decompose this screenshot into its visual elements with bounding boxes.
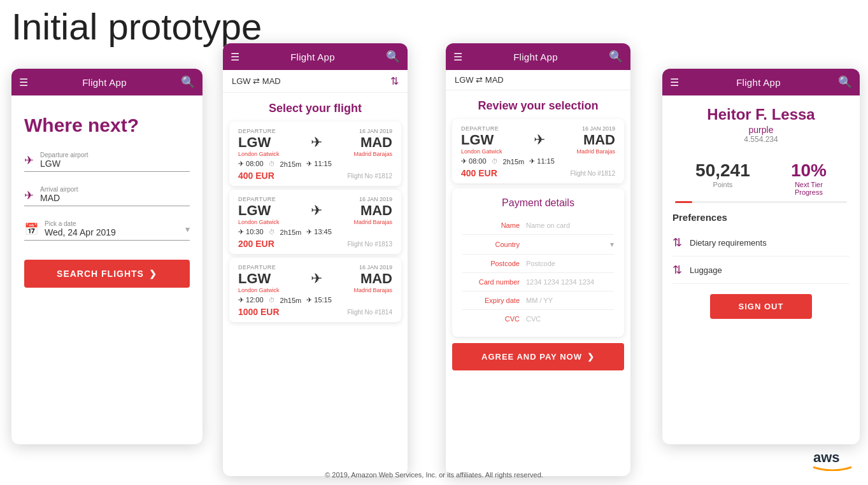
flight-card-3[interactable]: DEPARTURE LGW London Gatwick ✈ 16 JAN 20… [229,258,401,322]
postcode-field[interactable]: Postcode Postcode [462,255,614,273]
arrival-value: MAD [40,193,190,203]
progress-bar-container [675,201,847,203]
arr-icon-1: ✈ 11:15 [306,160,332,168]
payment-section: Payment details Name Name on card Countr… [452,188,624,337]
review-to-name: Madrid Barajas [576,148,615,155]
flight-card-1[interactable]: DEPARTURE LGW London Gatwick ✈ 16 JAN 20… [229,122,401,186]
clock-icon-3: ⏱ [269,297,275,304]
search-flights-button[interactable]: SEARCH FLIGHTS ❯ [24,260,190,288]
departure-input-group: ✈ Departure airport LGW [24,151,190,172]
screen-select-flight: ☰ Flight App 🔍 LGW ⇄ MAD ⇅ Select your f… [223,43,408,476]
profile-id: 4.554.234 [675,135,847,144]
cvc-field[interactable]: CVC CVC [462,310,614,328]
review-arr-time: ✈ 11:15 [529,157,555,165]
tier-value: 10% [791,160,827,181]
expiry-input[interactable]: MM / YY [526,297,614,304]
arrival-icon: ✈ [24,188,34,202]
dep-time-3: ✈ 12:00 [238,296,264,304]
appbar-profile-title: Flight App [736,77,781,88]
appbar-review: ☰ Flight App 🔍 [446,43,630,70]
review-date: 16 JAN 2019 [576,125,615,132]
search-icon[interactable]: 🔍 [838,75,852,89]
progress-bar-track [675,201,847,203]
from-name-3: London Gatwick [238,287,280,293]
menu-icon[interactable]: ☰ [453,51,462,63]
cvc-input[interactable]: CVC [526,315,614,323]
signout-button[interactable]: SIGN OUT [710,294,812,319]
country-label: Country [462,241,520,248]
calendar-icon: 📅 [24,222,38,236]
date-label: Pick a date [45,220,185,227]
arrival-label: Arrival airport [40,186,190,193]
preferences-section: Preferences ⇅ Dietary requirements ⇅ Lug… [662,212,860,284]
expiry-field[interactable]: Expiry date MM / YY [462,292,614,310]
departure-icon: ✈ [24,153,34,167]
price-3: 1000 EUR [238,307,280,317]
review-from-code: LGW [461,132,502,148]
profile-section: Heitor F. Lessa purple 4.554.234 [662,95,860,150]
clock-icon-1: ⏱ [269,160,275,167]
plane-icon-2: ✈ [311,202,322,219]
svg-text:aws: aws [813,449,840,465]
pref-dietary[interactable]: ⇅ Dietary requirements [672,229,850,257]
page-title: Initial prototype [11,5,262,48]
from-code-2: LGW [238,202,280,219]
name-field[interactable]: Name Name on card [462,216,614,235]
tier-sub-label: Progress [791,188,827,196]
menu-icon[interactable]: ☰ [670,76,679,88]
search-icon[interactable]: 🔍 [181,75,195,89]
menu-icon[interactable]: ☰ [19,76,28,88]
cardnumber-field[interactable]: Card number 1234 1234 1234 1234 [462,273,614,292]
date-value: Wed, 24 Apr 2019 [45,227,185,237]
duration-1: 2h15m [280,160,302,168]
selected-flight-card: DEPARTURE LGW London Gatwick ✈ 16 JAN 20… [452,119,624,183]
review-route-text: LGW ⇄ MAD [455,75,504,85]
screen-profile: ☰ Flight App 🔍 Heitor F. Lessa purple 4.… [662,69,860,444]
dietary-icon: ⇅ [672,235,682,250]
appbar-select: ☰ Flight App 🔍 [223,43,408,70]
appbar-profile: ☰ Flight App 🔍 [662,69,860,95]
arrow-right-icon: ❯ [149,269,157,279]
search-icon[interactable]: 🔍 [386,50,400,64]
route-text: LGW ⇄ MAD [232,76,281,86]
postcode-input[interactable]: Postcode [526,260,614,267]
departure-label: Departure airport [40,151,190,158]
arr-icon-3: ✈ 15:15 [306,296,332,304]
agree-pay-button[interactable]: AGREE AND PAY NOW ❯ [452,343,624,370]
from-code-1: LGW [238,134,280,151]
cvc-label: CVC [462,315,520,323]
price-2: 200 EUR [238,239,274,249]
from-code-3: LGW [238,271,280,287]
from-name-1: London Gatwick [238,151,280,157]
cardnumber-input[interactable]: 1234 1234 1234 1234 [526,278,614,286]
points-row: 50,241 Points 10% Next Tier Progress [662,150,860,199]
duration-2: 2h15m [280,228,302,236]
name-input[interactable]: Name on card [526,221,614,229]
profile-tier: purple [675,125,847,135]
appbar-select-title: Flight App [290,52,335,62]
payment-title: Payment details [462,197,614,209]
points-block: 50,241 Points [695,160,750,196]
pref-luggage[interactable]: ⇅ Luggage [672,257,850,284]
review-duration: 2h15m [503,158,525,165]
search-icon[interactable]: 🔍 [609,50,623,64]
menu-icon[interactable]: ☰ [231,51,239,63]
dep-label-1: DEPARTURE [238,128,280,134]
to-code-3: MAD [353,271,392,287]
luggage-label: Luggage [690,265,722,275]
footer-text: © 2019, Amazon Web Services, Inc. or its… [325,471,543,479]
review-dep-time: ✈ 08:00 [461,157,487,165]
appbar-home: ☰ Flight App 🔍 [11,69,203,95]
dep-time-1: ✈ 08:00 [238,160,264,168]
flight-no-1: Flight No #1812 [347,172,392,179]
flight-card-2[interactable]: DEPARTURE LGW London Gatwick ✈ 16 JAN 20… [229,190,401,254]
country-field[interactable]: Country ▾ [462,235,614,255]
review-clock-icon: ⏱ [492,158,498,165]
flight-no-3: Flight No #1814 [347,309,392,316]
screen-review-payment: ☰ Flight App 🔍 LGW ⇄ MAD Review your sel… [446,43,630,476]
date-input-group: 📅 Pick a date Wed, 24 Apr 2019 ▾ [24,220,190,241]
filter-icon[interactable]: ⇅ [390,75,399,87]
progress-bar-fill [675,201,692,203]
review-title: Review your selection [446,99,630,113]
dropdown-arrow-icon: ▾ [610,240,614,249]
